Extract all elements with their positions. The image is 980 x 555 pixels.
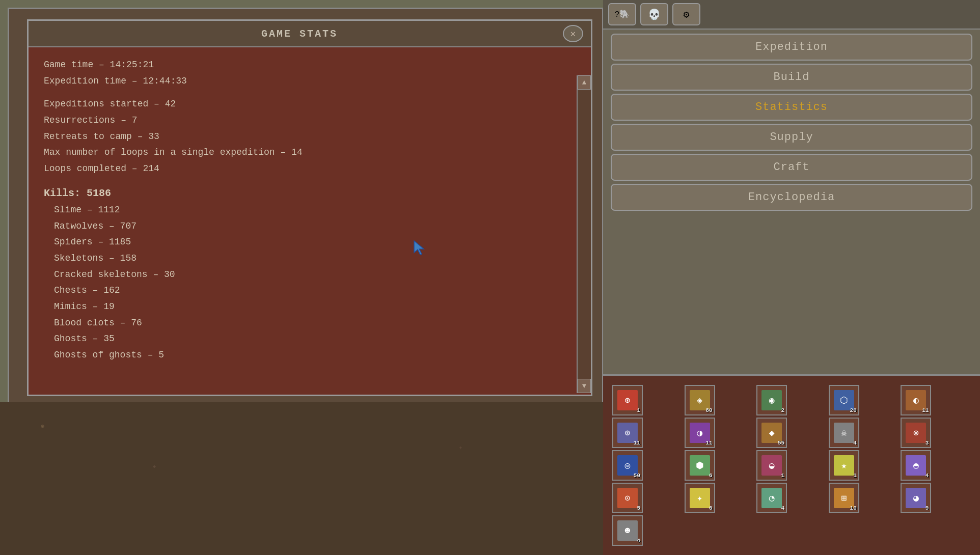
inventory-slot-19[interactable]: ⊞10 [829,483,859,513]
retreats: Retreats to camp – 33 [44,129,573,145]
item-count-21: 4 [637,538,640,544]
item-count-12: 6 [709,473,713,479]
scroll-down-button[interactable]: ▼ [578,379,591,393]
inventory-slot-12[interactable]: ⬢6 [685,450,715,481]
bottom-game-area: ⊕ ✦ ◆ [0,402,603,555]
item-count-1: 1 [637,407,640,413]
item-count-19: 10 [850,505,857,511]
stats-title-bar: GAME STATS ✕ [29,21,591,47]
top-bar: ?🐘 💀 ⚙ [603,0,980,30]
item-count-3: 2 [781,407,785,413]
game-cursor [412,238,429,259]
inventory-slot-3[interactable]: ◉2 [756,385,787,415]
resurrections: Resurrections – 7 [44,113,573,128]
svg-marker-0 [414,241,424,255]
scroll-area: ▲ ▼ [577,75,591,393]
expeditions-started: Expeditions started – 42 [44,97,573,112]
stats-window-title: GAME STATS [36,28,563,40]
inventory-slot-18[interactable]: ◔4 [756,483,787,513]
item-count-20: 9 [925,505,929,511]
help-elephant-button[interactable]: ?🐘 [608,3,636,25]
supply-nav-button[interactable]: Supply [611,124,972,151]
expedition-nav-button[interactable]: Expedition [611,34,972,61]
loops-completed: Loops completed – 214 [44,161,573,177]
kill-item-2: Spiders – 1185 [44,235,573,250]
kill-item-3: Skeletons – 158 [44,251,573,266]
inventory-slot-5[interactable]: ◐11 [901,385,931,415]
kill-item-7: Blood clots – 76 [44,316,573,331]
item-count-5: 11 [922,407,929,413]
item-count-8: 55 [778,440,784,446]
craft-nav-button[interactable]: Craft [611,154,972,181]
kill-item-10: Prime matter – 1 [44,364,573,365]
item-count-7: 11 [705,440,712,446]
kill-item-5: Chests – 162 [44,283,573,298]
item-count-14: 1 [853,473,857,479]
item-count-13: 1 [781,473,785,479]
build-nav-button[interactable]: Build [611,64,972,91]
max-loops: Max number of loops in a single expediti… [44,145,573,160]
kill-items-list: Slime – 1112Ratwolves – 707Spiders – 118… [44,203,573,365]
inventory-slot-8[interactable]: ◆55 [756,418,787,448]
inventory-slot-15[interactable]: ◓4 [901,450,931,481]
kill-item-0: Slime – 1112 [44,203,573,218]
kill-item-6: Mimics – 19 [44,299,573,315]
item-count-15: 4 [925,473,929,479]
item-count-6: 11 [634,440,640,446]
inventory-slot-1[interactable]: ⊛1 [612,385,643,415]
settings-button[interactable]: ⚙ [672,3,700,25]
inventory-slot-6[interactable]: ⊕11 [612,418,643,448]
ground-item-2: ✦ [458,443,462,452]
item-count-18: 4 [781,505,785,511]
scroll-up-button[interactable]: ▲ [578,75,591,90]
item-count-9: 4 [853,440,857,446]
nav-buttons: Expedition Build Statistics Supply Craft… [603,30,980,215]
right-sidebar: ?🐘 💀 ⚙ Expedition Build Statistics Suppl… [603,0,980,555]
inventory-slot-9[interactable]: ☠4 [829,418,859,448]
item-count-2: 80 [705,407,712,413]
kills-header: Kills: 5186 [44,185,573,202]
close-button[interactable]: ✕ [563,25,583,42]
item-count-17: 6 [709,505,713,511]
skull-button[interactable]: 💀 [640,3,668,25]
expedition-time: Expedition time – 12:44:33 [44,74,573,89]
statistics-nav-button[interactable]: Statistics [611,94,972,121]
kill-item-9: Ghosts of ghosts – 5 [44,348,573,363]
inventory-slot-14[interactable]: ★1 [829,450,859,481]
inventory-slot-10[interactable]: ⊗3 [901,418,931,448]
inventory-slot-21[interactable]: ☻4 [612,515,643,546]
ground-item-1: ⊕ [41,423,44,430]
item-count-11: 50 [634,473,640,479]
stats-window: GAME STATS ✕ Game time – 14:25:21 Expedi… [27,19,592,396]
kill-item-4: Cracked skeletons – 30 [44,267,573,283]
ground-item-3: ◆ [153,463,156,469]
inventory-area: ⊛1◈80◉2⬡20◐11⊕11◑11◆55☠4⊗3◎50⬢6◒1★1◓4⊙5✦… [603,374,980,555]
game-time: Game time – 14:25:21 [44,58,573,73]
inventory-slot-13[interactable]: ◒1 [756,450,787,481]
kill-item-8: Ghosts – 35 [44,331,573,347]
encyclopedia-nav-button[interactable]: Encyclopedia [611,184,972,211]
stats-content: Game time – 14:25:21 Expedition time – 1… [29,47,591,365]
inventory-slot-2[interactable]: ◈80 [685,385,715,415]
kill-item-1: Ratwolves – 707 [44,219,573,234]
inventory-slot-20[interactable]: ◕9 [901,483,931,513]
inventory-slot-4[interactable]: ⬡20 [829,385,859,415]
inventory-slot-16[interactable]: ⊙5 [612,483,643,513]
item-count-10: 3 [925,440,929,446]
inventory-slot-17[interactable]: ✦6 [685,483,715,513]
inventory-slot-11[interactable]: ◎50 [612,450,643,481]
item-count-16: 5 [637,505,640,511]
inventory-grid: ⊛1◈80◉2⬡20◐11⊕11◑11◆55☠4⊗3◎50⬢6◒1★1◓4⊙5✦… [607,380,976,551]
inventory-slot-7[interactable]: ◑11 [685,418,715,448]
item-count-4: 20 [850,407,857,413]
